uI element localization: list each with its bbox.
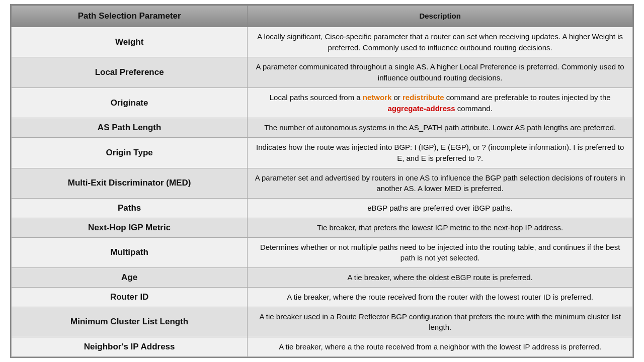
- table-row: Router IDA tie breaker, where the route …: [12, 287, 633, 307]
- table-row: Next-Hop IGP MetricTie breaker, that pre…: [12, 218, 633, 237]
- desc-cell: A tie breaker used in a Route Reflector …: [248, 307, 633, 337]
- param-cell: Neighbor's IP Address: [12, 337, 248, 357]
- desc-cell: A locally significant, Cisco-specific pa…: [248, 27, 633, 57]
- desc-cell: A tie breaker, where the route received …: [248, 287, 633, 307]
- desc-cell: A parameter set and advertised by router…: [248, 168, 633, 199]
- desc-cell: A tie breaker, where the oldest eBGP rou…: [248, 268, 633, 288]
- header-param: Path Selection Parameter: [12, 6, 248, 27]
- param-cell: Originate: [12, 87, 248, 118]
- desc-cell: A parameter communicated throughout a si…: [248, 57, 633, 88]
- param-cell: Next-Hop IGP Metric: [12, 218, 248, 237]
- desc-cell: eBGP paths are preferred over iBGP paths…: [248, 199, 633, 218]
- header-desc: Description: [248, 6, 633, 27]
- table-row: Minimum Cluster List LengthA tie breaker…: [12, 307, 633, 337]
- table-row: Multi-Exit Discriminator (MED)A paramete…: [12, 168, 633, 199]
- table-row: OriginateLocal paths sourced from a netw…: [12, 87, 633, 118]
- table-row: Local PreferenceA parameter communicated…: [12, 57, 633, 88]
- param-cell: Origin Type: [12, 138, 248, 168]
- table-row: PathseBGP paths are preferred over iBGP …: [12, 199, 633, 218]
- param-cell: Minimum Cluster List Length: [12, 307, 248, 337]
- table-row: AS Path LengthThe number of autonomous s…: [12, 118, 633, 138]
- bgp-table: Path Selection Parameter Description Wei…: [10, 4, 634, 358]
- param-cell: Weight: [12, 27, 248, 57]
- desc-cell: Indicates how the route was injected int…: [248, 138, 633, 168]
- param-cell: Local Preference: [12, 57, 248, 88]
- param-cell: Router ID: [12, 287, 248, 307]
- param-cell: Age: [12, 268, 248, 288]
- param-cell: Multipath: [12, 237, 248, 268]
- desc-cell: The number of autonomous systems in the …: [248, 118, 633, 138]
- table-row: MultipathDetermines whether or not multi…: [12, 237, 633, 268]
- table-row: AgeA tie breaker, where the oldest eBGP …: [12, 268, 633, 288]
- table-row: WeightA locally significant, Cisco-speci…: [12, 27, 633, 57]
- param-cell: Multi-Exit Discriminator (MED): [12, 168, 248, 199]
- table-row: Neighbor's IP AddressA tie breaker, wher…: [12, 337, 633, 357]
- param-cell: Paths: [12, 199, 248, 218]
- desc-cell: Local paths sourced from a network or re…: [248, 87, 633, 118]
- table-row: Origin TypeIndicates how the route was i…: [12, 138, 633, 168]
- desc-cell: Determines whether or not multiple paths…: [248, 237, 633, 268]
- param-cell: AS Path Length: [12, 118, 248, 138]
- desc-cell: A tie breaker, where a the route receive…: [248, 337, 633, 357]
- desc-cell: Tie breaker, that prefers the lowest IGP…: [248, 218, 633, 237]
